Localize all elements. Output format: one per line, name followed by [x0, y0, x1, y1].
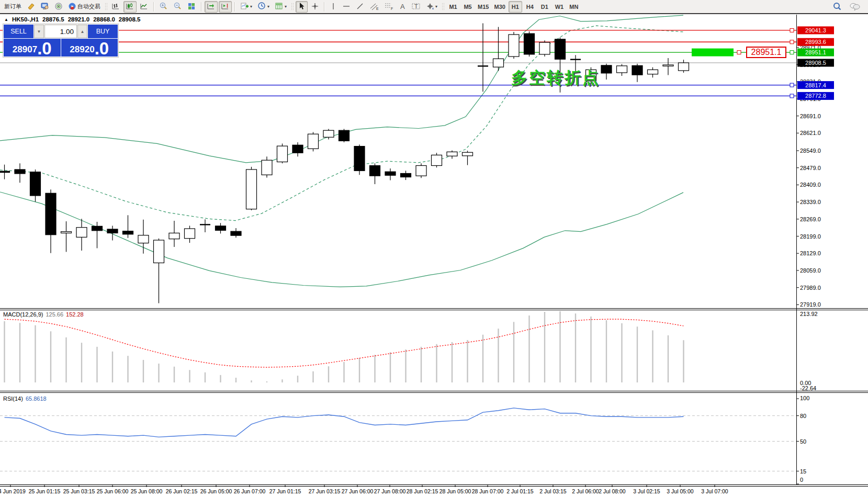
zoom-in-button[interactable] — [157, 1, 170, 13]
candlestick-chart-button[interactable] — [123, 1, 137, 13]
time-axis-label: 2 Jul 08:00 — [599, 488, 626, 494]
candle-body — [169, 233, 179, 239]
timeframe-h4[interactable]: H4 — [523, 1, 537, 13]
timeframe-h1[interactable]: H1 — [509, 1, 522, 13]
time-axis-label: 27 Jun 06:00 — [342, 488, 374, 494]
channel-button[interactable]: E — [367, 1, 381, 13]
volume-increase-button[interactable]: ▲ — [77, 25, 87, 38]
chart-annotation-text[interactable]: 多空转折点 — [511, 67, 600, 89]
toolbar-drag-handle[interactable] — [442, 3, 444, 11]
crosshair-button[interactable] — [309, 1, 321, 13]
buy-button[interactable]: BUY — [88, 25, 118, 38]
journal-button[interactable] — [25, 1, 37, 13]
horizontal-line-button[interactable] — [340, 1, 353, 13]
price-tick-label: 28621.0 — [800, 130, 821, 136]
search-button[interactable] — [830, 1, 844, 13]
period-clock-icon — [257, 2, 266, 12]
candle-body — [231, 231, 241, 235]
collapse-triangle-icon[interactable]: ▲ — [4, 17, 8, 22]
candle-body — [354, 146, 365, 171]
buy-price-box[interactable]: 28920 .0 — [61, 39, 118, 57]
sell-price-box[interactable]: 28907 .0 — [4, 39, 61, 57]
zoom-out-button[interactable] — [171, 1, 184, 13]
price-tick-label: 28199.0 — [800, 233, 821, 240]
rsi-line — [5, 408, 684, 437]
time-axis-label: 28 Jun 05:00 — [439, 488, 471, 494]
timeframe-w1[interactable]: W1 — [553, 1, 566, 13]
low-value: 28868.0 — [93, 16, 115, 22]
candle-body — [601, 65, 612, 73]
chart-title: ▲ HK50-,H1 28876.5 28921.0 28868.0 28908… — [4, 16, 140, 22]
rsi-indicator-label: RSI(14) 65.8618 — [3, 396, 47, 402]
price-level-badge-label: 28908.5 — [805, 60, 826, 66]
line-chart-button[interactable] — [138, 1, 151, 13]
candle-body — [370, 165, 380, 176]
level-anchor-square[interactable] — [790, 51, 794, 54]
horizontal-line-icon — [342, 2, 351, 12]
candle-body — [555, 39, 566, 59]
price-level-badge-label: 28817.4 — [805, 82, 826, 88]
text-label-button[interactable]: T — [409, 1, 423, 13]
candle-body — [447, 152, 457, 156]
timeframe-mn[interactable]: MN — [567, 1, 581, 13]
candle-body — [15, 170, 25, 174]
candle-body — [463, 152, 473, 156]
chat-button[interactable] — [847, 1, 863, 13]
terminal-button[interactable] — [38, 1, 51, 13]
candle-body — [432, 155, 442, 165]
highlight-rectangle[interactable] — [692, 49, 734, 57]
time-axis-label: 27 Jun 03:15 — [309, 488, 341, 494]
time-axis-label: 25 Jun 03:15 — [63, 488, 95, 494]
candle-body — [107, 229, 118, 233]
price-level-badge-label: 28772.8 — [805, 93, 826, 99]
candle-body — [216, 226, 226, 230]
candle-body — [416, 165, 426, 176]
price-tick-label: 28479.0 — [800, 165, 821, 171]
level-anchor-square[interactable] — [790, 94, 794, 98]
new-order-button[interactable]: 新订单 — [2, 1, 24, 13]
toolbar-drag-handle[interactable] — [105, 3, 107, 11]
vertical-line-button[interactable] — [328, 1, 339, 13]
callout-anchor-square[interactable] — [737, 51, 741, 54]
time-axis-label: 25 Jun 08:00 — [131, 488, 163, 494]
fibonacci-button[interactable]: F — [382, 1, 396, 13]
text-button[interactable]: A — [397, 1, 408, 13]
timeframe-m30[interactable]: M30 — [492, 1, 507, 13]
add-indicator-button[interactable]: ▾ — [238, 1, 254, 13]
autotrading-label: 自动交易 — [77, 3, 100, 10]
toolbar-drag-handle[interactable] — [291, 3, 294, 11]
level-anchor-square[interactable] — [790, 83, 794, 87]
cursor-button[interactable] — [296, 1, 308, 13]
arrows-button[interactable]: ▾ — [424, 1, 439, 13]
search-icon — [832, 2, 842, 12]
trendline-button[interactable] — [354, 1, 366, 13]
volume-decrease-button[interactable]: ▼ — [34, 25, 44, 38]
level-anchor-square[interactable] — [790, 28, 794, 32]
volume-input[interactable] — [44, 25, 77, 38]
periods-button[interactable]: ▾ — [255, 1, 272, 13]
rsi-axis-label: 50 — [800, 438, 806, 445]
price-callout-label[interactable]: 28951.1 — [746, 47, 786, 58]
timeframe-m1[interactable]: M1 — [446, 1, 460, 13]
candle-body — [679, 63, 689, 71]
rsi-axis-label: 100 — [800, 395, 809, 401]
candle-body — [632, 65, 642, 75]
timeframe-d1[interactable]: D1 — [538, 1, 551, 13]
chart-canvas: 28971.028901.028831.028761.028691.028621… — [0, 0, 868, 497]
sell-button[interactable]: SELL — [4, 25, 33, 38]
autotrading-button[interactable]: 自动交易 — [66, 1, 103, 13]
zoom-out-icon — [173, 2, 182, 12]
candle-body — [123, 231, 133, 234]
time-axis-label: 26 Jun 02:15 — [166, 488, 198, 494]
templates-button[interactable]: ▾ — [273, 1, 289, 13]
one-click-trading-panel: SELL ▼ ▲ BUY 28907 .0 28920 .0 — [3, 24, 119, 58]
price-tick-label: 28059.0 — [800, 267, 821, 274]
timeframe-m5[interactable]: M5 — [461, 1, 475, 13]
chart-shift-button[interactable] — [219, 1, 232, 13]
timeframe-m15[interactable]: M15 — [476, 1, 491, 13]
auto-scroll-button[interactable] — [205, 1, 218, 13]
level-anchor-square[interactable] — [790, 40, 794, 44]
signals-button[interactable] — [52, 1, 65, 13]
bar-chart-button[interactable] — [109, 1, 122, 13]
tile-windows-button[interactable] — [185, 1, 198, 13]
